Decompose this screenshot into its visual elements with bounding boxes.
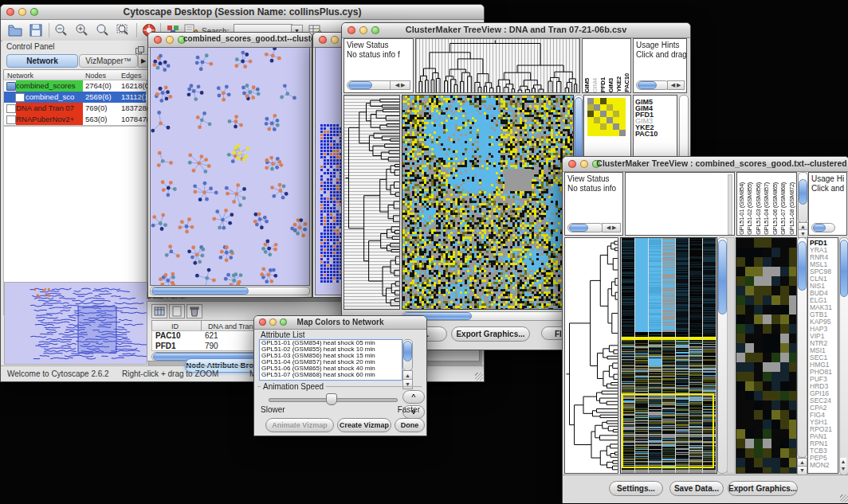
- column-label[interactable]: GIM4: [591, 45, 599, 92]
- tab-network[interactable]: Network: [6, 54, 78, 68]
- tv1-heatmap-canvas[interactable]: [402, 95, 574, 310]
- column-label[interactable]: GIM3: [607, 45, 614, 92]
- attribute-list-item[interactable]: GPL51-01 (GSM854) heat shock 05 min: [260, 340, 402, 346]
- create-vizmap-button[interactable]: Create Vizmap: [337, 418, 391, 432]
- tv1-column-dendrogram[interactable]: [415, 38, 580, 93]
- network-table-row[interactable]: combined_scores 2764(0) 16218(0): [4, 80, 146, 92]
- save-session-icon[interactable]: [28, 23, 44, 37]
- tv2-zoom-heatmap-canvas[interactable]: [736, 237, 797, 474]
- network-nodes: 563(0): [85, 114, 107, 125]
- treeview1-title: ClusterMaker TreeView : DNA and Tran 07-…: [342, 25, 690, 34]
- column-label[interactable]: GPL51-02 (GSM855): [746, 173, 755, 235]
- network-table-row[interactable]: RNAPuberNov2+ 563(0) 107847(0): [4, 114, 146, 125]
- resize-grip[interactable]: [840, 494, 848, 502]
- network-view-window: combined_scores_good.txt--cluste...: [147, 32, 312, 298]
- network-hscrollbar[interactable]: [150, 287, 310, 295]
- data-row-value: 621: [205, 331, 218, 340]
- tv2-row-dendrogram[interactable]: [564, 237, 618, 474]
- network-name: RNAPuberNov2+: [16, 114, 83, 125]
- tv2-column-dendrogram-area[interactable]: [625, 172, 735, 236]
- row-label[interactable]: PAC10: [634, 131, 677, 137]
- tab-vizmapper[interactable]: VizMapper™: [79, 54, 138, 68]
- tv1-view-status-scroll-arrows[interactable]: ◀ ▶: [390, 80, 410, 90]
- tv1-export-graphics-button[interactable]: Export Graphics...: [451, 326, 530, 342]
- slower-label: Slower: [261, 405, 285, 414]
- column-label[interactable]: GPL51-06 (GSM865): [771, 173, 779, 235]
- gene-label[interactable]: MON2: [808, 462, 838, 469]
- column-label[interactable]: GIM5: [583, 45, 591, 92]
- tv1-view-status-scrollbar[interactable]: [347, 80, 395, 90]
- animation-speed-slider-thumb[interactable]: [326, 393, 337, 405]
- close-button[interactable]: [319, 36, 327, 44]
- attribute-list-item[interactable]: GPL51-06 (GSM865) heat shock 40 min: [260, 365, 402, 372]
- minimize-button[interactable]: [166, 36, 174, 44]
- attribute-list-item[interactable]: GPL51-03 (GSM856) heat shock 15 min: [260, 353, 402, 359]
- column-label[interactable]: PFD1: [599, 45, 607, 92]
- cytoscape-titlebar[interactable]: Cytoscape Desktop (Session Name: collins…: [1, 5, 484, 20]
- tv2-global-heatmap-canvas[interactable]: [620, 237, 717, 474]
- column-label[interactable]: GPL51-03 (GSM856): [754, 173, 763, 235]
- column-label[interactable]: GPL51-04 (GSM857): [763, 173, 771, 235]
- tv2-column-labels: GPL51-01 (GSM854) GPL51-02 (GSM855) GPL5…: [736, 172, 797, 236]
- close-button[interactable]: [568, 160, 576, 168]
- float-panel-icon[interactable]: [135, 43, 144, 51]
- network-icon: [6, 115, 16, 124]
- minimize-button[interactable]: [331, 36, 339, 44]
- tv2-export-graphics-button[interactable]: Export Graphics...: [728, 481, 798, 496]
- attribute-list-vscrollbar[interactable]: [402, 339, 413, 371]
- tv2-zoom-vscrollbar[interactable]: [797, 237, 807, 458]
- tv1-row-dendrogram[interactable]: [344, 95, 400, 310]
- tv2-gene-vscrollbar[interactable]: ▲▼: [839, 237, 848, 475]
- tv1-zoom-matrix-canvas[interactable]: [587, 98, 626, 136]
- network-name: combined_sco: [26, 92, 83, 103]
- attribute-list-item[interactable]: GPL51-07 (GSM868) heat shock 60 min: [260, 372, 402, 378]
- tv2-save-data-button[interactable]: Save Data...: [669, 481, 724, 496]
- zoom-out-icon[interactable]: [53, 23, 69, 37]
- network-table-row[interactable]: DNA and Tran 07 769(0) 183728(0): [4, 103, 146, 114]
- move-attribute-up-button[interactable]: ^: [402, 390, 425, 404]
- network-table-row[interactable]: combined_sco 2569(6) 13112(15): [4, 92, 146, 103]
- tv2-gene-list: PFD1YRA1RNR4MSL1SPC98CLN1NIS1BUD4ELG1MAK…: [807, 237, 838, 474]
- tv2-row-dendrogram-canvas: [565, 238, 618, 473]
- done-button[interactable]: Done: [395, 418, 425, 432]
- column-label[interactable]: GPL51-01 (GSM854): [737, 173, 746, 235]
- tv2-coldendro-scrollbar[interactable]: [728, 174, 732, 235]
- tv1-heatmap-hscrollbar[interactable]: ◀ ▶: [402, 311, 583, 321]
- tv2-view-status-scrollbar[interactable]: [567, 223, 604, 232]
- tv2-bottom-bar: Settings... Save Data... Export Graphics…: [563, 475, 848, 503]
- column-label[interactable]: YKE2: [614, 45, 622, 92]
- window-title: Cytoscape Desktop (Session Name: collins…: [1, 6, 484, 18]
- network-view-titlebar[interactable]: combined_scores_good.txt--cluste...: [148, 33, 312, 48]
- column-label[interactable]: GPL51-07 (GSM868): [779, 173, 788, 235]
- animate-vizmap-button[interactable]: Animate Vizmap: [265, 418, 334, 432]
- zoom-selected-icon[interactable]: [116, 23, 132, 37]
- attribute-list-item[interactable]: GPL51-04 (GSM857) heat shock 20 min: [260, 359, 402, 365]
- tv1-usage-hints-scrollbar[interactable]: [636, 80, 669, 90]
- column-label[interactable]: GPL51-08 (GSM872): [787, 173, 796, 235]
- open-session-icon[interactable]: [7, 23, 23, 37]
- tv2-view-status-scroll-arrows[interactable]: ◀ ▶: [602, 223, 621, 232]
- treeview1-titlebar[interactable]: ClusterMaker TreeView : DNA and Tran 07-…: [342, 23, 690, 38]
- tab-network-label: Network: [26, 57, 57, 65]
- resize-grip[interactable]: [475, 373, 483, 381]
- new-attribute-icon[interactable]: [169, 304, 185, 318]
- tv1-usage-scroll-arrows[interactable]: ◀ ▶: [667, 80, 685, 90]
- treeview2-titlebar[interactable]: ClusterMaker TreeView : combined_scores_…: [563, 157, 848, 172]
- tv2-usage-hints-scrollbar[interactable]: [811, 223, 835, 232]
- minimize-button[interactable]: [580, 160, 588, 168]
- attribute-list-scroll-down[interactable]: ▼: [402, 379, 413, 389]
- network-name: DNA and Tran 07: [16, 103, 83, 114]
- column-label[interactable]: PAC10: [622, 45, 630, 92]
- network-overview-canvas[interactable]: [4, 282, 147, 365]
- zoom-in-icon[interactable]: [74, 23, 90, 37]
- network-hscroll-thumb[interactable]: [151, 287, 249, 295]
- tv2-collabel-vscrollbar[interactable]: [798, 172, 808, 223]
- delete-attribute-trash-icon[interactable]: [186, 304, 202, 318]
- tv2-settings-button[interactable]: Settings...: [609, 481, 663, 496]
- map-colors-titlebar[interactable]: Map Colors to Network: [254, 316, 426, 330]
- network-canvas[interactable]: [150, 47, 310, 286]
- attribute-list-item[interactable]: GPL51-02 (GSM855) heat shock 10 min: [260, 346, 402, 353]
- attribute-select-icon[interactable]: [151, 304, 167, 318]
- close-button[interactable]: [154, 36, 162, 44]
- zoom-fit-icon[interactable]: [95, 23, 111, 37]
